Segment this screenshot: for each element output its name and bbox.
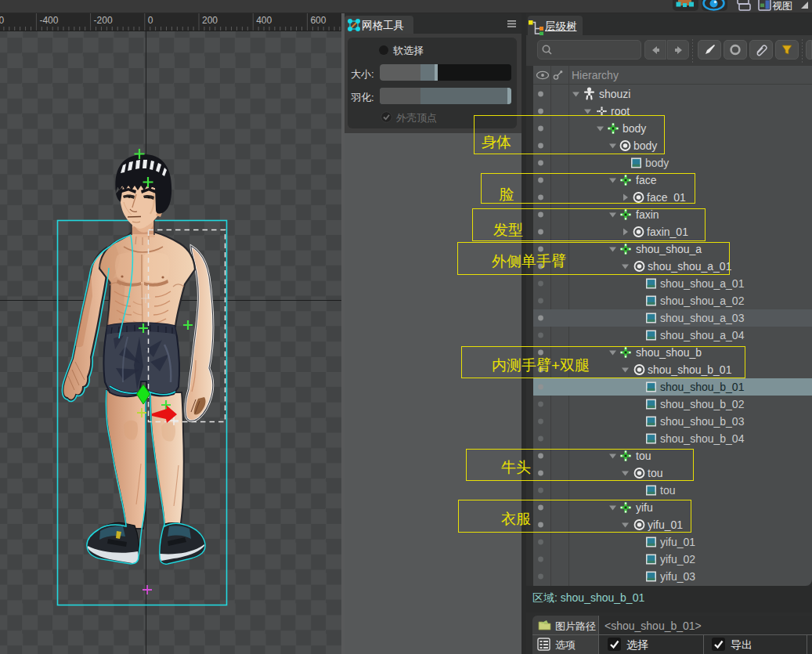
svg-text:视图: 视图	[772, 0, 792, 12]
